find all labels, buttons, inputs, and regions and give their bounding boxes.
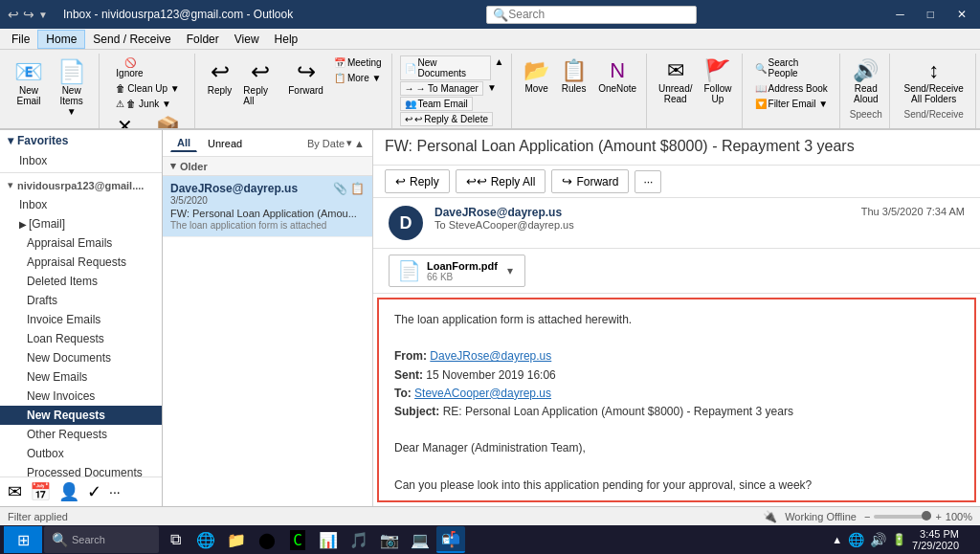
menu-folder[interactable]: Folder xyxy=(179,31,227,48)
sidebar-item-new-documents[interactable]: New Documents xyxy=(0,348,162,367)
sidebar-item-inbox-favorites[interactable]: Inbox xyxy=(0,151,162,170)
archive-button[interactable]: 📦 Archive xyxy=(147,113,189,130)
email-action-bar: ↩ Reply ↩↩ Reply All ↪ Forward ··· xyxy=(373,166,980,198)
send-receive-all-button[interactable]: ↕ Send/ReceiveAll Folders xyxy=(898,55,970,107)
search-people-button[interactable]: 🔍 Search People xyxy=(750,55,835,80)
search-box[interactable]: 🔍 xyxy=(486,6,697,24)
menu-send-receive[interactable]: Send / Receive xyxy=(85,31,178,48)
sidebar-item-drafts[interactable]: Drafts xyxy=(0,291,162,310)
follow-up-button[interactable]: 🚩 FollowUp xyxy=(700,55,737,107)
new-email-button[interactable]: 📧 NewEmail xyxy=(10,55,48,109)
filter-email-button[interactable]: 🔽 Filter Email ▼ xyxy=(750,97,834,111)
sidebar-item-invoice-emails[interactable]: Invoice Emails xyxy=(0,310,162,329)
reply-delete-button[interactable]: ↩ ↩ Reply & Delete xyxy=(400,112,493,126)
sidebar-item-gmail[interactable]: ▶ [Gmail] xyxy=(0,214,162,233)
maximize-btn[interactable]: □ xyxy=(922,6,940,23)
search-input[interactable] xyxy=(508,8,690,21)
sidebar-item-new-emails[interactable]: New Emails xyxy=(0,367,162,387)
new-docs-qs-label: New Documents xyxy=(418,57,486,78)
taskbar-icon-9[interactable]: 💻 xyxy=(406,526,434,553)
redo-icon[interactable]: ↪ xyxy=(23,7,34,22)
reply-button[interactable]: ↩ Reply xyxy=(203,55,237,99)
taskbar-volume-icon[interactable]: 🔊 xyxy=(870,532,886,547)
taskbar-cmd[interactable]: C xyxy=(283,526,312,553)
meeting-button[interactable]: 📅 Meeting xyxy=(330,55,386,70)
filter-unread[interactable]: Unread xyxy=(201,135,249,152)
menu-help[interactable]: Help xyxy=(267,31,306,48)
sidebar-item-loan-requests[interactable]: Loan Requests xyxy=(0,329,162,348)
mail-icon[interactable]: ✉ xyxy=(8,481,22,502)
favorites-header[interactable]: ▾ Favorites xyxy=(0,130,162,151)
delete-button[interactable]: ✕ Delete xyxy=(106,113,144,130)
people-icon[interactable]: 👤 xyxy=(58,481,79,502)
reply-all-action-button[interactable]: ↩↩ Reply All xyxy=(456,169,546,193)
minimize-btn[interactable]: ─ xyxy=(890,6,910,23)
menu-home[interactable]: Home xyxy=(37,30,85,49)
sidebar-item-new-requests[interactable]: New Requests xyxy=(0,406,162,425)
sidebar-item-appraisal-requests[interactable]: Appraisal Requests xyxy=(0,253,162,272)
move-button[interactable]: 📂 Move xyxy=(519,55,554,97)
attachment-box[interactable]: 📄 LoanForm.pdf 66 KB ▾ xyxy=(389,255,525,287)
new-items-button[interactable]: 📄 NewItems ▼ xyxy=(50,55,93,120)
more-respond-button[interactable]: 📋 More ▼ xyxy=(330,71,386,85)
undo-icon[interactable]: ↩ xyxy=(8,7,19,22)
sidebar-account-header[interactable]: ▾ nividousrpa123@gmail.... xyxy=(0,175,162,195)
taskbar-task-view[interactable]: ⧉ xyxy=(161,526,189,553)
sidebar-item-outbox[interactable]: Outbox xyxy=(0,444,162,463)
sidebar-item-deleted-items[interactable]: Deleted Items xyxy=(0,272,162,291)
taskbar-explorer[interactable]: 📁 xyxy=(222,526,251,553)
forward-action-button[interactable]: ↪ Forward xyxy=(551,169,629,193)
read-aloud-button[interactable]: 🔊 ReadAloud xyxy=(848,55,883,107)
reply-all-ribbon-button[interactable]: ↩ Reply All xyxy=(238,55,281,109)
onenote-button[interactable]: N OneNote xyxy=(593,55,641,97)
menu-view[interactable]: View xyxy=(227,31,267,48)
junk-button[interactable]: ⚠ 🗑 Junk ▼ xyxy=(112,97,175,111)
ignore-button[interactable]: 🚫 Ignore xyxy=(112,55,146,80)
body-to-link[interactable]: SteveACooper@dayrep.us xyxy=(414,387,551,400)
reply-icon: ↩ xyxy=(211,58,230,85)
more-sidebar-icon[interactable]: ··· xyxy=(109,484,121,499)
filter-all[interactable]: All xyxy=(170,134,197,152)
body-subject-line: Subject: RE: Personal Loan Application (… xyxy=(394,403,959,421)
taskbar-icon-7[interactable]: 🎵 xyxy=(345,526,373,553)
sidebar-item-other-requests[interactable]: Other Requests xyxy=(0,425,162,444)
more-action-button[interactable]: ··· xyxy=(635,170,661,193)
rules-button[interactable]: 📋 Rules xyxy=(556,55,591,97)
taskbar-edge[interactable]: 🌐 xyxy=(191,526,220,553)
zoom-out-icon[interactable]: − xyxy=(864,511,870,522)
address-book-button[interactable]: 📖 Address Book xyxy=(750,81,833,96)
taskbar-network-icon[interactable]: 🌐 xyxy=(848,532,864,547)
email-group-older: ▾ Older xyxy=(163,157,372,176)
taskbar-outlook-active[interactable]: 📬 xyxy=(436,526,465,553)
new-documents-qs-button[interactable]: 📄 New Documents xyxy=(400,55,491,80)
tasks-icon[interactable]: ✓ xyxy=(87,481,101,502)
email-item-0[interactable]: DaveJRose@dayrep.us 📎 📋 3/5/2020 FW: Per… xyxy=(163,176,372,237)
forward-ribbon-button[interactable]: ↪ Forward xyxy=(283,55,328,99)
sort-button[interactable]: By Date ▾ ▲ xyxy=(307,137,365,149)
cleanup-button[interactable]: 🗑 Clean Up ▼ xyxy=(112,81,183,96)
calendar-icon[interactable]: 📅 xyxy=(30,481,51,502)
taskbar-search[interactable]: 🔍 Search xyxy=(44,526,159,553)
qs-scroll-down[interactable]: ▼ xyxy=(485,81,499,96)
sidebar-item-appraisal-emails[interactable]: Appraisal Emails xyxy=(0,233,162,253)
sidebar-item-inbox[interactable]: Inbox xyxy=(0,195,162,214)
zoom-slider[interactable] xyxy=(874,515,931,519)
start-button[interactable]: ⊞ xyxy=(4,526,42,553)
taskbar-icon-6[interactable]: 📊 xyxy=(314,526,343,553)
sidebar-item-new-invoices[interactable]: New Invoices xyxy=(0,387,162,406)
reply-action-button[interactable]: ↩ Reply xyxy=(385,169,450,193)
taskbar-icon-8[interactable]: 📷 xyxy=(375,526,404,553)
taskbar-chrome[interactable]: ⬤ xyxy=(253,526,281,553)
unread-read-button[interactable]: ✉ Unread/Read xyxy=(654,55,698,107)
attachment-dropdown-icon[interactable]: ▾ xyxy=(503,264,517,277)
taskbar-up-arrow[interactable]: ▲ xyxy=(832,534,842,545)
qs-scroll-up[interactable]: ▲ xyxy=(493,55,506,80)
body-from-link[interactable]: DaveJRose@dayrep.us xyxy=(430,349,551,363)
close-btn[interactable]: ✕ xyxy=(951,6,972,23)
zoom-in-icon[interactable]: + xyxy=(935,511,941,522)
team-email-button[interactable]: 👥 Team Email xyxy=(400,97,473,111)
menu-file[interactable]: File xyxy=(4,31,37,48)
quick-access-dropdown[interactable]: ▼ xyxy=(38,10,48,20)
status-right: 🔌 Working Offline − + 100% xyxy=(763,510,972,523)
to-manager-button[interactable]: → → To Manager xyxy=(400,81,483,96)
